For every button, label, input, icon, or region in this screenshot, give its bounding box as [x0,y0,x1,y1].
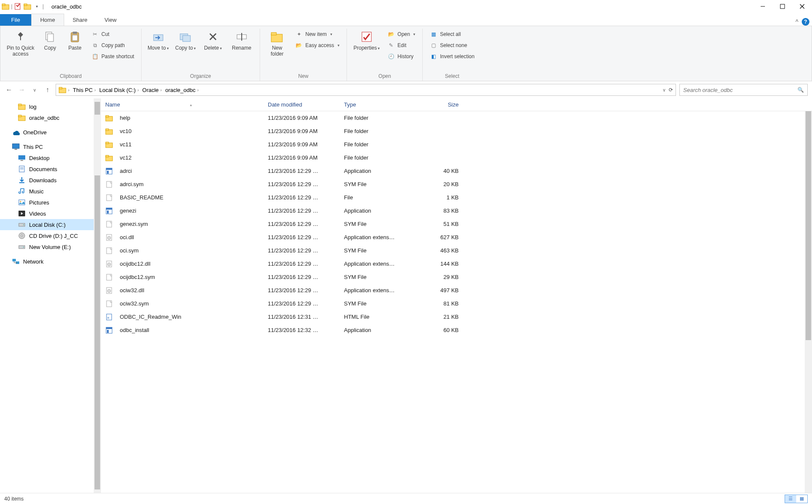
file-row[interactable]: vc1011/23/2016 9:09 AMFile folder [101,125,812,138]
breadcrumb[interactable]: This PC› [71,87,98,93]
file-row[interactable]: eODBC_IC_Readme_Win11/23/2016 12:31 …HTM… [101,310,812,323]
nav-thispc-item[interactable]: Local Disk (C:) [0,219,101,230]
search-input[interactable] [683,87,797,93]
tab-view[interactable]: View [96,14,125,26]
search-box[interactable]: 🔍 [679,84,808,96]
svg-rect-73 [107,274,112,280]
thumbnails-view-button[interactable]: ▦ [796,495,807,503]
copypath-button[interactable]: ⧉Copy path [89,41,136,50]
file-row[interactable]: oci.sym11/23/2016 12:29 …SYM File463 KB [101,244,812,257]
help-icon[interactable]: ? [802,18,809,26]
address-bar[interactable]: › This PC›Local Disk (C:)›Oracle›oracle_… [56,84,676,96]
properties-icon [359,30,374,44]
copy-button[interactable]: Copy [40,29,60,51]
edit-button[interactable]: ✎Edit [385,41,417,50]
selectnone-button[interactable]: ▢Select none [428,41,476,50]
easyaccess-icon: 📂 [295,42,303,49]
col-date[interactable]: Date modified [264,101,340,108]
copyto-button[interactable]: Copy to▾ [174,29,197,51]
col-size[interactable]: Size [416,101,463,108]
minimize-button[interactable] [753,0,773,13]
nav-thispc-item[interactable]: Music [0,186,101,197]
nav-recent-button[interactable]: v [30,85,39,95]
nav-onedrive[interactable]: OneDrive [0,127,101,138]
file-row[interactable]: BASIC_README11/23/2016 12:29 …File1 KB [101,191,812,204]
pasteshortcut-button[interactable]: 📋Paste shortcut [89,52,136,61]
properties-button[interactable]: Properties▾ [352,29,381,51]
breadcrumb[interactable]: Oracle› [141,87,164,93]
tab-home[interactable]: Home [31,14,64,26]
qat-properties-icon[interactable] [14,3,22,10]
file-row[interactable]: genezi11/23/2016 12:29 …Application83 KB [101,204,812,217]
rename-button[interactable]: Rename [229,29,255,51]
file-row[interactable]: help11/23/2016 9:09 AMFile folder [101,111,812,125]
pin-button[interactable]: Pin to Quick access [6,29,36,57]
nav-back-button[interactable]: ← [4,85,14,95]
file-row[interactable]: oci.dll11/23/2016 12:29 …Application ext… [101,231,812,244]
nav-up-button[interactable]: ↑ [43,85,52,95]
cut-button[interactable]: ✂Cut [89,30,136,39]
selectall-button[interactable]: ▦Select all [428,30,476,39]
newfolder-button[interactable]: New folder [265,29,289,57]
nav-network[interactable]: Network [0,256,101,267]
invertselection-button[interactable]: ◧Invert selection [428,52,476,61]
collapse-ribbon-icon[interactable]: ^ [795,18,798,25]
file-row[interactable]: ociw32.dll11/23/2016 12:29 …Application … [101,284,812,297]
file-row[interactable]: odbc_install11/23/2016 12:32 …Applicatio… [101,323,812,337]
col-name[interactable]: Name▴ [101,101,264,108]
svg-rect-1 [2,4,5,6]
videos-icon [18,210,26,217]
nav-quick-item[interactable]: log [0,101,101,112]
file-row[interactable]: adrci.sym11/23/2016 12:29 …SYM File20 KB [101,178,812,191]
breadcrumb[interactable]: oracle_odbc› [163,87,200,93]
tab-share[interactable]: Share [64,14,96,26]
paste-button[interactable]: Paste [65,29,85,51]
file-row[interactable]: ociw32.sym11/23/2016 12:29 …SYM File81 K… [101,297,812,310]
nav-forward-button[interactable]: → [17,85,27,95]
file-row[interactable]: vc1211/23/2016 9:09 AMFile folder [101,151,812,164]
nav-thispc-item[interactable]: New Volume (E:) [0,241,101,252]
file-row[interactable]: ocijdbc12.sym11/23/2016 12:29 …SYM File2… [101,270,812,284]
nav-scrollbar[interactable] [94,98,101,493]
nav-thispc-item[interactable]: Desktop [0,152,101,163]
file-row[interactable]: adrci11/23/2016 12:29 …Application40 KB [101,164,812,178]
easyaccess-button[interactable]: 📂Easy access▾ [293,41,341,50]
maximize-button[interactable] [773,0,792,13]
dll-icon [105,287,113,294]
nav-thispc-item[interactable]: CD Drive (D:) J_CC [0,230,101,241]
tab-file[interactable]: File [0,14,31,26]
file-row[interactable]: genezi.sym11/23/2016 12:29 …SYM File51 K… [101,217,812,231]
svg-rect-50 [106,116,109,117]
file-row[interactable]: vc1111/23/2016 9:09 AMFile folder [101,138,812,151]
nav-thispc-item[interactable]: Downloads [0,175,101,186]
delete-button[interactable]: ✕ Delete▾ [202,29,225,51]
refresh-button[interactable]: ⟳ [669,87,673,93]
app-icon [105,207,113,215]
search-icon[interactable]: 🔍 [797,87,804,93]
qat-newfolder-icon[interactable] [24,3,31,10]
qat-dropdown-icon[interactable]: ▾ [33,3,41,10]
history-button[interactable]: 🕘History [385,52,417,61]
file-icon [105,247,113,255]
svg-rect-4 [24,4,27,6]
nav-quick-item[interactable]: oracle_odbc [0,112,101,123]
folder-icon [59,86,66,94]
nav-thispc[interactable]: This PC [0,141,101,152]
details-view-button[interactable]: ☰ [785,495,796,503]
nav-thispc-item[interactable]: Videos [0,208,101,219]
svg-rect-10 [47,34,53,42]
svg-rect-12 [73,32,77,34]
moveto-button[interactable]: Move to▾ [147,29,170,51]
file-icon [105,220,113,228]
file-row[interactable]: ocijdbc12.dll11/23/2016 12:29 …Applicati… [101,257,812,270]
nav-thispc-item[interactable]: Documents [0,163,101,175]
col-type[interactable]: Type [340,101,416,108]
navigation-pane: logoracle_odbc OneDrive This PC DesktopD… [0,98,101,493]
close-button[interactable] [792,0,812,13]
newitem-button[interactable]: ✦New item▾ [293,30,341,39]
address-dropdown-icon[interactable]: v [663,88,665,92]
file-scrollbar[interactable] [805,111,812,493]
breadcrumb[interactable]: Local Disk (C:)› [98,87,141,93]
nav-thispc-item[interactable]: Pictures [0,197,101,208]
open-button[interactable]: 📂Open▾ [385,30,417,39]
